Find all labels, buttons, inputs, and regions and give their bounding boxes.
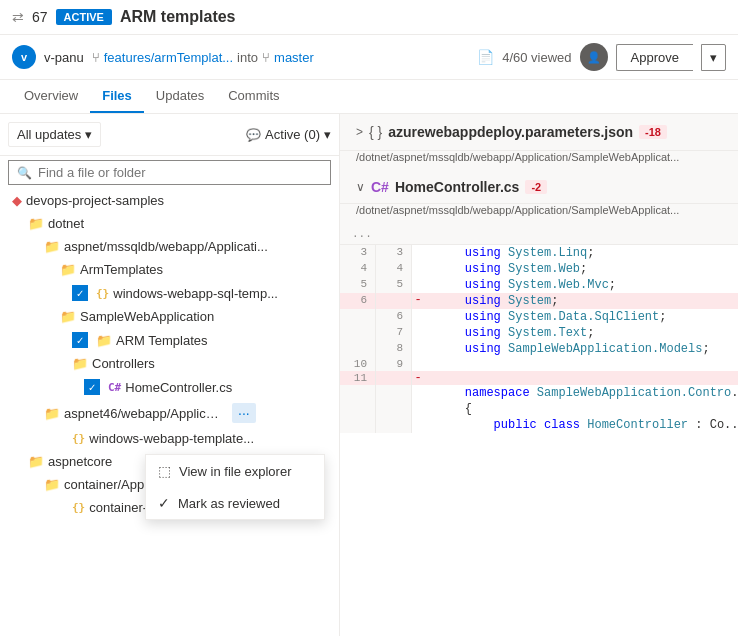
- file-tree: ◆ devops-project-samples 📁 dotnet 📁 aspn…: [0, 189, 339, 631]
- list-item[interactable]: ◆ devops-project-samples: [0, 189, 339, 212]
- active-label: Active (0): [265, 127, 320, 142]
- top-bar: ⇄ 67 ACTIVE ARM templates: [0, 0, 738, 35]
- reviewed-checkbox[interactable]: ✓: [72, 332, 88, 348]
- branch-icon: ⑂: [92, 50, 100, 65]
- code-line-removed: 6 - using System;: [340, 293, 738, 309]
- branch-from[interactable]: features/armTemplat...: [104, 50, 233, 65]
- reviewed-checkbox[interactable]: ✓: [72, 285, 88, 301]
- approve-dropdown-button[interactable]: ▾: [701, 44, 726, 71]
- tab-updates[interactable]: Updates: [144, 80, 216, 113]
- branch-to[interactable]: master: [274, 50, 314, 65]
- tab-commits[interactable]: Commits: [216, 80, 291, 113]
- list-item[interactable]: 📁 SampleWebApplication: [0, 305, 339, 328]
- code-line: 8 using SampleWebApplication.Models;: [340, 341, 738, 357]
- expand-chevron-icon: ∨: [356, 180, 365, 194]
- code-file-header[interactable]: ∨ C# HomeController.cs -2: [340, 171, 738, 204]
- status-badge: ACTIVE: [56, 9, 112, 25]
- file-icon-viewed: 📄: [477, 49, 494, 65]
- code-line: 5 5 using System.Web.Mvc;: [340, 277, 738, 293]
- viewed-info: 📄 4/60 viewed 👤 Approve ▾: [477, 43, 726, 71]
- file-icon-cs: C#: [108, 381, 121, 394]
- code-file-path: /dotnet/aspnet/mssqldb/webapp/Applicatio…: [340, 204, 738, 224]
- code-file-section: ∨ C# HomeController.cs -2 /dotnet/aspnet…: [340, 171, 738, 433]
- list-item[interactable]: 📁 dotnet: [0, 212, 339, 235]
- code-content: ... 3 3 using System.Linq; 4 4 using Sys…: [340, 224, 738, 433]
- main-layout: All updates ▾ 💬 Active (0) ▾ 🔍 ◆ devops-…: [0, 114, 738, 636]
- folder-icon: 📁: [60, 309, 76, 324]
- list-item[interactable]: ✓ 📁 ARM Templates: [0, 328, 339, 352]
- tabs-bar: Overview Files Updates Commits: [0, 80, 738, 114]
- reviewed-checkbox[interactable]: ✓: [84, 379, 100, 395]
- pr-title: ARM templates: [120, 8, 236, 26]
- folder-icon: 📁: [44, 239, 60, 254]
- folder-icon: 📁: [44, 406, 60, 421]
- diff-badge-red: -18: [639, 125, 667, 139]
- collapsed-file-path: /dotnet/aspnet/mssqldb/webapp/Applicatio…: [340, 151, 738, 171]
- folder-icon: 📁: [96, 333, 112, 348]
- user-bar: v v-panu ⑂ features/armTemplat... into ⑂…: [0, 35, 738, 80]
- list-item[interactable]: ✓ C# HomeController.cs: [0, 375, 339, 399]
- list-item[interactable]: 📁 Controllers: [0, 352, 339, 375]
- code-line: 3 3 using System.Linq;: [340, 245, 738, 261]
- pr-icon: ⇄: [12, 9, 24, 25]
- context-mark-label: Mark as reviewed: [178, 496, 280, 511]
- folder-icon: 📁: [28, 454, 44, 469]
- approve-button[interactable]: Approve: [616, 44, 693, 71]
- collapsed-file-header[interactable]: > { } azurewebappdeploy.parameters.json …: [340, 114, 738, 151]
- code-line-removed: 11 -: [340, 371, 738, 385]
- folder-icon: 📁: [44, 477, 60, 492]
- code-file-name: HomeController.cs: [395, 179, 519, 195]
- code-line: 4 4 using System.Web;: [340, 261, 738, 277]
- collapsed-file-section: > { } azurewebappdeploy.parameters.json …: [340, 114, 738, 171]
- list-item[interactable]: ✓ {} windows-webapp-sql-temp...: [0, 281, 339, 305]
- code-line: 7 using System.Text;: [340, 325, 738, 341]
- all-updates-filter[interactable]: All updates ▾: [8, 122, 101, 147]
- more-options-button[interactable]: ···: [232, 403, 256, 423]
- left-panel: All updates ▾ 💬 Active (0) ▾ 🔍 ◆ devops-…: [0, 114, 340, 636]
- code-line: 10 9: [340, 357, 738, 371]
- code-line: {: [340, 401, 738, 417]
- context-mark-reviewed[interactable]: ✓ Mark as reviewed: [146, 487, 324, 519]
- folder-icon: 📁: [60, 262, 76, 277]
- list-item[interactable]: 📁 ArmTemplates: [0, 258, 339, 281]
- chevron-down-icon2: ▾: [324, 127, 331, 142]
- code-line: namespace SampleWebApplication.Contro...: [340, 385, 738, 401]
- right-panel: > { } azurewebappdeploy.parameters.json …: [340, 114, 738, 636]
- comment-icon: 💬: [246, 128, 261, 142]
- pr-count: 67: [32, 9, 48, 25]
- list-item[interactable]: {} windows-webapp-template...: [0, 427, 339, 450]
- list-item[interactable]: 📁 aspnet46/webapp/Applicatio... ···: [0, 399, 339, 427]
- code-line: 6 using System.Data.SqlClient;: [340, 309, 738, 325]
- search-box[interactable]: 🔍: [8, 160, 331, 185]
- search-input[interactable]: [38, 165, 322, 180]
- repo-icon: ◆: [12, 193, 22, 208]
- tab-files[interactable]: Files: [90, 80, 144, 113]
- user-name: v-panu: [44, 50, 84, 65]
- file-icon-json: {}: [96, 287, 109, 300]
- filter-bar: All updates ▾ 💬 Active (0) ▾: [0, 114, 339, 156]
- collapsed-file-name: azurewebappdeploy.parameters.json: [388, 124, 633, 140]
- check-icon: ✓: [158, 495, 170, 511]
- lang-cs-icon: C#: [371, 179, 389, 195]
- list-item[interactable]: 📁 aspnet/mssqldb/webapp/Applicati...: [0, 235, 339, 258]
- context-view-explorer[interactable]: ⬚ View in file explorer: [146, 455, 324, 487]
- reviewer-avatar: 👤: [580, 43, 608, 71]
- branch-info: ⑂ features/armTemplat... into ⑂ master: [92, 50, 314, 65]
- avatar: v: [12, 45, 36, 69]
- context-menu: ⬚ View in file explorer ✓ Mark as review…: [145, 454, 325, 520]
- code-diff-badge: -2: [525, 180, 547, 194]
- expand-icon: >: [356, 125, 363, 139]
- all-updates-label: All updates: [17, 127, 81, 142]
- file-brackets-icon: { }: [369, 124, 382, 140]
- file-icon-json: {}: [72, 501, 85, 514]
- file-icon-json: {}: [72, 432, 85, 445]
- folder-icon: 📁: [28, 216, 44, 231]
- context-view-label: View in file explorer: [179, 464, 291, 479]
- viewed-count: 4/60 viewed: [502, 50, 571, 65]
- folder-icon: 📁: [72, 356, 88, 371]
- code-ellipsis: ...: [340, 224, 738, 245]
- search-icon: 🔍: [17, 166, 32, 180]
- tab-overview[interactable]: Overview: [12, 80, 90, 113]
- file-explorer-icon: ⬚: [158, 463, 171, 479]
- active-filter[interactable]: 💬 Active (0) ▾: [246, 127, 331, 142]
